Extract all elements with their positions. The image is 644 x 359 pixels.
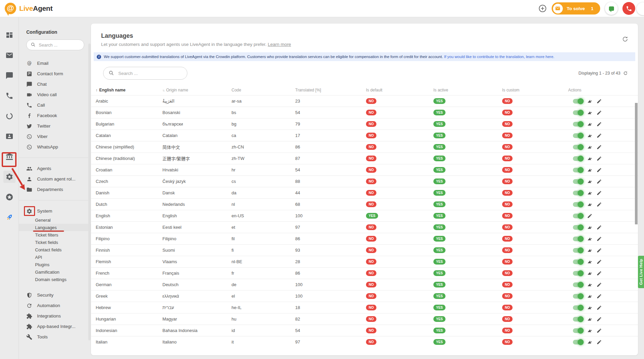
sidebar-item-viber[interactable]: Viber: [19, 131, 91, 142]
refresh-icon[interactable]: [622, 36, 628, 43]
active-toggle[interactable]: [573, 317, 583, 322]
sidebar-subitem-contact-fields[interactable]: Contact fields: [19, 246, 91, 253]
pointer-icon[interactable]: [587, 271, 592, 276]
active-toggle[interactable]: [573, 110, 583, 115]
active-toggle[interactable]: [573, 156, 583, 161]
rail-item-time[interactable]: [5, 112, 13, 120]
learn-more-link[interactable]: Learn more: [268, 42, 291, 47]
sidebar-item-integrations[interactable]: Integrations: [19, 311, 91, 321]
pointer-icon[interactable]: [587, 190, 592, 196]
pointer-icon[interactable]: [587, 121, 592, 127]
sidebar-item-email[interactable]: @Email: [19, 58, 91, 68]
sidebar-subitem-ticket-fields[interactable]: Ticket fields: [19, 239, 91, 246]
active-toggle[interactable]: [573, 99, 583, 104]
sidebar-item-tools[interactable]: Tools: [19, 332, 91, 342]
sidebar-subitem-general[interactable]: General: [19, 216, 91, 224]
rail-item-gear[interactable]: [3, 171, 16, 183]
active-toggle[interactable]: [573, 122, 583, 127]
active-toggle[interactable]: [573, 305, 583, 310]
sidebar-item-automation[interactable]: Automation: [19, 300, 91, 311]
edit-icon[interactable]: [596, 248, 602, 253]
edit-icon[interactable]: [596, 271, 602, 276]
edit-icon[interactable]: [587, 213, 592, 219]
pointer-icon[interactable]: [587, 248, 592, 253]
pointer-icon[interactable]: [587, 133, 592, 138]
active-toggle[interactable]: [573, 145, 583, 149]
active-toggle[interactable]: [573, 237, 583, 241]
active-toggle[interactable]: [573, 133, 583, 138]
partial-avatar-button[interactable]: [637, 2, 644, 15]
sidebar-item-departments[interactable]: Departments: [19, 184, 91, 195]
pointer-icon[interactable]: [587, 156, 592, 161]
to-solve-button[interactable]: To solve 1: [552, 2, 600, 15]
sidebar-item-app-based-integr[interactable]: App-based Integr...: [19, 321, 91, 332]
active-toggle[interactable]: [573, 214, 583, 218]
sidebar-scrollbar[interactable]: [88, 44, 91, 340]
edit-icon[interactable]: [596, 225, 602, 230]
active-toggle[interactable]: [573, 294, 583, 299]
edit-icon[interactable]: [596, 179, 602, 184]
rail-item-rocket[interactable]: [5, 213, 13, 221]
active-toggle[interactable]: [573, 271, 583, 276]
refresh-icon[interactable]: [623, 71, 628, 76]
pointer-icon[interactable]: [587, 167, 592, 173]
active-toggle[interactable]: [573, 259, 583, 264]
pointer-icon[interactable]: [587, 305, 592, 310]
pointer-icon[interactable]: [587, 282, 592, 287]
edit-icon[interactable]: [596, 190, 602, 196]
sidebar-item-contact-form[interactable]: Contact form: [19, 68, 91, 79]
edit-icon[interactable]: [596, 133, 602, 138]
table-search-input[interactable]: [103, 67, 187, 80]
active-toggle[interactable]: [573, 179, 583, 184]
sidebar-subitem-plugins[interactable]: Plugins: [19, 261, 91, 268]
rail-item-dashboard[interactable]: [5, 31, 13, 39]
edit-icon[interactable]: [596, 144, 602, 150]
sidebar-item-chat[interactable]: Chat: [19, 79, 91, 89]
liveagent-logo[interactable]: @ LiveAgent: [5, 3, 53, 14]
rail-item-star[interactable]: [5, 193, 13, 201]
pointer-icon[interactable]: [587, 202, 592, 207]
active-toggle[interactable]: [573, 282, 583, 287]
edit-icon[interactable]: [596, 305, 602, 310]
edit-icon[interactable]: [596, 167, 602, 173]
pointer-icon[interactable]: [587, 99, 592, 104]
active-toggle[interactable]: [573, 191, 583, 195]
sidebar-item-facebook[interactable]: Facebook: [19, 110, 91, 121]
pointer-icon[interactable]: [587, 294, 592, 299]
sidebar-subitem-languages[interactable]: Languages: [19, 224, 91, 231]
edit-icon[interactable]: [596, 328, 602, 333]
pointer-icon[interactable]: [587, 144, 592, 150]
active-toggle[interactable]: [573, 225, 583, 230]
chat-status-button[interactable]: [605, 2, 618, 15]
table-scrollbar[interactable]: [635, 103, 638, 224]
edit-icon[interactable]: [596, 316, 602, 322]
active-toggle[interactable]: [573, 168, 583, 172]
edit-icon[interactable]: [596, 282, 602, 287]
active-toggle[interactable]: [573, 340, 583, 344]
call-status-button[interactable]: [622, 2, 635, 15]
active-toggle[interactable]: [573, 328, 583, 333]
pointer-icon[interactable]: [587, 236, 592, 242]
pointer-icon[interactable]: [587, 328, 592, 333]
sidebar-item-security[interactable]: Security: [19, 290, 91, 300]
rail-item-contact-card[interactable]: [5, 132, 13, 140]
rail-item-chat[interactable]: [5, 72, 13, 80]
sidebar-item-agents[interactable]: Agents: [19, 163, 91, 174]
get-live-help-tab[interactable]: Get Live Help: [638, 256, 644, 288]
pointer-icon[interactable]: [587, 110, 592, 115]
sidebar-subitem-gamification[interactable]: Gamification: [19, 268, 91, 276]
sidebar-item-whatsapp[interactable]: WhatsApp: [19, 142, 91, 152]
rail-item-bank[interactable]: [5, 153, 13, 161]
sidebar-subitem-domain-settings[interactable]: Domain settings: [19, 276, 91, 283]
sidebar-subitem-api[interactable]: API: [19, 253, 91, 261]
sidebar-subitem-ticket-filters[interactable]: Ticket filters: [19, 231, 91, 239]
pointer-icon[interactable]: [587, 259, 592, 265]
edit-icon[interactable]: [596, 236, 602, 242]
add-icon[interactable]: [538, 4, 547, 13]
pointer-icon[interactable]: [587, 179, 592, 184]
edit-icon[interactable]: [596, 110, 602, 115]
edit-icon[interactable]: [596, 339, 602, 345]
contribute-link[interactable]: If you would like to contribute to the t…: [444, 55, 554, 59]
edit-icon[interactable]: [596, 121, 602, 127]
active-toggle[interactable]: [573, 248, 583, 253]
